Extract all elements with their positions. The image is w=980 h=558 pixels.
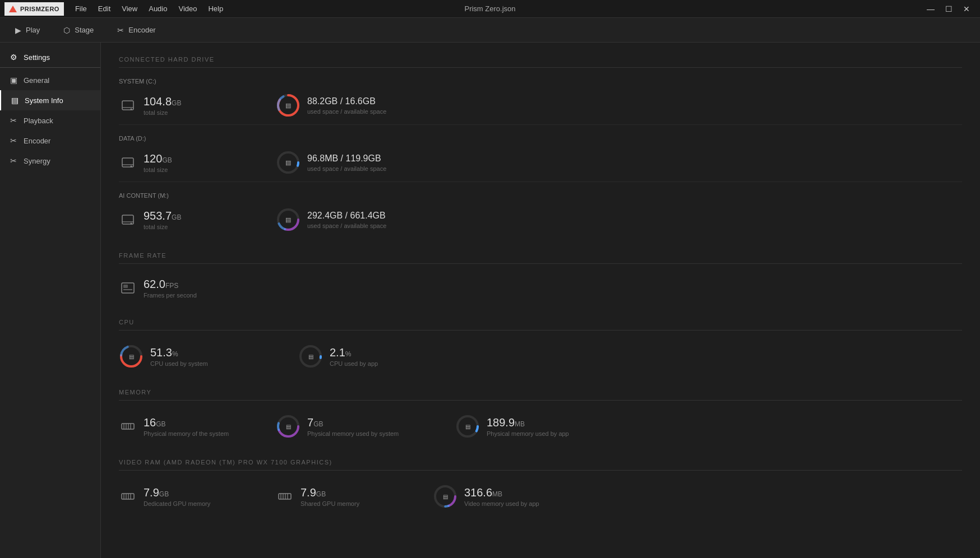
app-container: ▶ Play ⬡ Stage ✂ Encoder ⚙ Settings ▣ Ge… [0,18,980,558]
menu-view[interactable]: View [117,2,142,15]
toolbar-play[interactable]: ▶ Play [9,24,44,37]
menu-help[interactable]: Help [204,2,228,15]
memory-row: 16GB Physical memory of the system [119,410,962,443]
section-frame-rate-title: FRAME RATE [119,252,962,264]
cpu-system-text: 51.3% CPU used by system [150,346,208,367]
sidebar-settings[interactable]: ⚙ Settings [0,47,100,68]
frame-rate-item: 62.0FPS Frames per second [119,277,253,299]
gauge-cpu-app: ▤ [298,344,323,369]
sidebar-item-general[interactable]: ▣ General [0,70,100,90]
memory-total-text: 16GB Physical memory of the system [144,416,229,437]
drive-ai-usage-label: used space / available space [307,222,386,229]
sidebar: ⚙ Settings ▣ General ▤ System Info ✂ Pla… [0,43,101,558]
svg-rect-18 [123,285,128,288]
memory-system-text: 7GB Physical memory used by system [307,416,399,437]
sidebar-item-playback[interactable]: ✂ Playback [0,110,100,131]
toolbar-play-label: Play [26,26,40,34]
menu-bar: File Edit View Audio Video Help [71,2,228,15]
drive-system-gauge: ▤ 88.2GB / 16.6GB used space / available… [276,93,433,118]
drive-ai-total-text: 953.7GB total size [144,209,181,230]
gauge-memory-system: ▤ [276,414,301,439]
sidebar-item-encoder[interactable]: ✂ Encoder [0,131,100,151]
drive-ai-total: 953.7GB total size [119,209,253,230]
toolbar-encoder-label: Encoder [128,26,155,34]
section-memory-title: MEMORY [119,389,962,401]
drive-data-total-label: total size [144,166,172,173]
window-title: Prism Zero.json [464,4,515,13]
cpu-system-item: ▤ 51.3% CPU used by system [119,344,276,369]
section-vram-title: VIDEO RAM (AMD RADEON (TM) PRO WX 7100 G… [119,459,962,471]
toolbar-stage[interactable]: ⬡ Stage [58,24,98,37]
stage-icon: ⬡ [62,26,71,35]
general-icon: ▣ [9,76,18,85]
svg-rect-11 [122,215,133,224]
app-logo: PRISMZERO [4,2,64,16]
menu-video[interactable]: Video [174,2,201,15]
minimize-button[interactable]: — [922,2,940,16]
vram-row: 7.9GB Dedicated GPU memory 7.9GB [119,480,962,513]
section-vram: VIDEO RAM (AMD RADEON (TM) PRO WX 7100 G… [119,459,962,513]
gauge-cpu-system: ▤ [119,344,144,369]
drive-system-usage-value: 88.2GB / 16.6GB [307,96,386,106]
hdd-icon-3 [119,211,137,229]
settings-label: Settings [24,53,50,62]
vram-dedicated-value: 7.9GB [144,486,210,499]
memory-system-label: Physical memory used by system [307,430,399,437]
gauge-system-icon: ▤ [285,102,291,109]
gauge-vram-app: ▤ [433,484,457,509]
menu-edit[interactable]: Edit [94,2,115,15]
toolbar: ▶ Play ⬡ Stage ✂ Encoder [0,18,980,43]
memory-system-value: 7GB [307,416,399,429]
gauge-ai: ▤ [276,207,301,232]
sidebar-item-synergy[interactable]: ✂ Synergy [0,151,100,171]
drive-ai-label: AI CONTENT (M:) [119,192,169,199]
section-hard-drive: CONNECTED HARD DRIVE SYSTEM (C:) 104.8GB [119,56,962,236]
toolbar-encoder[interactable]: ✂ Encoder [112,24,160,37]
cpu-system-label: CPU used by system [150,360,208,367]
vram-app-value: 316.6MB [464,486,539,499]
drive-ai-row: 953.7GB total size ▤ [119,203,962,236]
hdd-icon-1 [119,96,137,114]
drive-system-label: SYSTEM (C:) [119,78,156,85]
svg-rect-6 [122,158,133,167]
svg-point-8 [131,166,132,168]
drive-data-usage-label: used space / available space [307,165,386,172]
frame-rate-text: 62.0FPS Frames per second [144,277,197,299]
gauge-data-icon: ▤ [285,159,291,166]
sidebar-item-system-info[interactable]: ▤ System Info [0,90,100,110]
settings-icon: ⚙ [9,53,18,62]
sidebar-general-label: General [24,76,49,85]
logo-text: PRISMZERO [20,6,59,12]
divider-1 [119,124,962,125]
svg-rect-35 [122,494,134,499]
section-frame-rate: FRAME RATE 62.0FPS Frames per second [119,252,962,303]
memory-total-item: 16GB Physical memory of the system [119,416,253,437]
frame-rate-label: Frames per second [144,292,197,299]
cpu-app-label: CPU used by app [330,360,378,367]
maximize-button[interactable]: ☐ [940,2,958,16]
sidebar-synergy-label: Synergy [24,157,50,165]
gauge-memory-app: ▤ [455,414,480,439]
logo-icon [9,6,17,12]
memory-system-item: ▤ 7GB Physical memory used by system [276,414,433,439]
drive-data-label-row: DATA (D:) [119,134,962,142]
drive-ai-label-row: AI CONTENT (M:) [119,191,962,199]
drive-ai-total-label: total size [144,224,181,230]
drive-ai-usage-text: 292.4GB / 661.4GB used space / available… [307,210,386,229]
gauge-cpu-app-icon: ▤ [308,354,313,360]
menu-audio[interactable]: Audio [144,2,172,15]
vram-icon-2 [276,487,294,505]
vram-app-item: ▤ 316.6MB Video memory used by app [433,484,590,509]
close-button[interactable]: ✕ [958,2,976,16]
cpu-system-value: 51.3% [150,346,208,359]
cpu-row: ▤ 51.3% CPU used by system [119,340,962,373]
svg-point-13 [131,223,132,225]
drive-ai-total-value: 953.7GB [144,209,181,222]
drive-system-total: 104.8GB total size [119,95,253,116]
drive-ai-gauge: ▤ 292.4GB / 661.4GB used space / availab… [276,207,433,232]
memory-app-label: Physical memory used by app [487,430,569,437]
svg-rect-17 [122,283,134,293]
menu-file[interactable]: File [71,2,91,15]
drive-system-usage-text: 88.2GB / 16.6GB used space / available s… [307,96,386,114]
drive-data-gauge: ▤ 96.8MB / 119.9GB used space / availabl… [276,150,433,175]
